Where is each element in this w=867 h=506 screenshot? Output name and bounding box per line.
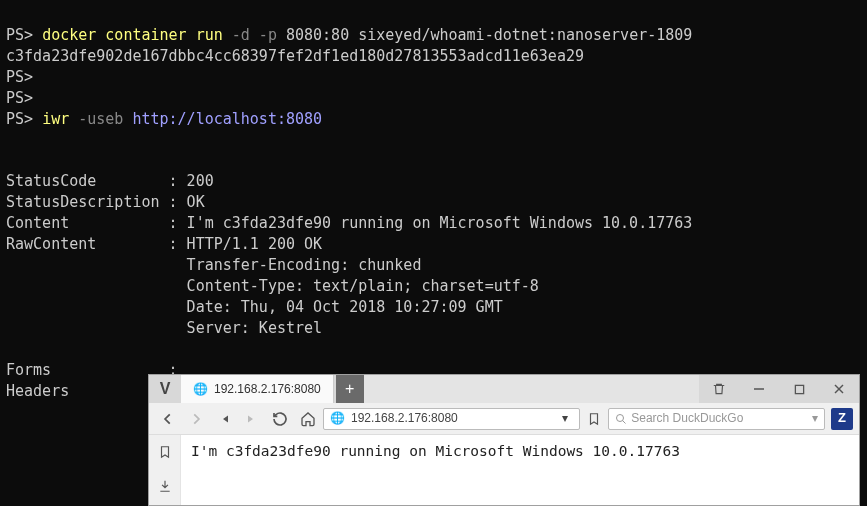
tab-title: 192.168.2.176:8080: [214, 381, 321, 398]
maximize-button[interactable]: [779, 375, 819, 403]
fastforward-button[interactable]: [239, 406, 265, 432]
cmd-docker: docker: [42, 26, 96, 44]
cmd-rest: 8080:80 sixeyed/whoami-dotnet:nanoserver…: [286, 26, 692, 44]
url-arg: http://localhost:8080: [132, 110, 322, 128]
vivaldi-menu-button[interactable]: V: [149, 375, 181, 403]
address-bar[interactable]: 🌐 192.168.2.176:8080 ▾: [323, 408, 580, 430]
tab-bar: V 🌐 192.168.2.176:8080 +: [149, 375, 859, 403]
search-dropdown-icon[interactable]: ▾: [812, 410, 818, 427]
flag-useb: -useb: [78, 110, 123, 128]
response-block: StatusCode : 200 StatusDescription : OK …: [6, 171, 861, 402]
search-icon: [615, 413, 627, 425]
panel-sidebar: [149, 435, 181, 505]
trash-button[interactable]: [699, 375, 739, 403]
cmd-flags: -d -p: [232, 26, 277, 44]
globe-icon: 🌐: [193, 381, 208, 398]
bookmark-button[interactable]: [582, 412, 606, 426]
extension-badge[interactable]: Z: [831, 408, 853, 430]
bookmarks-panel-icon[interactable]: [152, 439, 178, 465]
response-body-text: I'm c3fda23dfe90 running on Microsoft Wi…: [191, 443, 680, 459]
browser-window: V 🌐 192.168.2.176:8080 +: [148, 374, 860, 506]
minimize-button[interactable]: [739, 375, 779, 403]
reload-button[interactable]: [267, 406, 293, 432]
url-dropdown-icon[interactable]: ▾: [557, 410, 573, 427]
cmd-iwr: iwr: [42, 110, 69, 128]
new-tab-button[interactable]: +: [336, 375, 364, 403]
back-button[interactable]: [155, 406, 181, 432]
container-id-output: c3fda23dfe902de167dbbc4cc68397fef2df1ed1…: [6, 47, 584, 65]
ps-prompt: PS>: [6, 110, 33, 128]
home-button[interactable]: [295, 406, 321, 432]
url-text: 192.168.2.176:8080: [351, 410, 551, 427]
svg-rect-1: [795, 385, 803, 393]
ps-prompt: PS>: [6, 68, 33, 86]
ps-prompt: PS>: [6, 26, 33, 44]
svg-point-4: [617, 414, 624, 421]
toolbar: 🌐 192.168.2.176:8080 ▾ Search DuckDuckGo…: [149, 403, 859, 435]
site-info-icon[interactable]: 🌐: [330, 410, 345, 427]
forward-button[interactable]: [183, 406, 209, 432]
active-tab[interactable]: 🌐 192.168.2.176:8080: [181, 375, 334, 403]
svg-line-5: [623, 420, 626, 423]
ps-prompt: PS>: [6, 89, 33, 107]
search-field[interactable]: Search DuckDuckGo ▾: [608, 408, 825, 430]
downloads-panel-icon[interactable]: [152, 473, 178, 499]
rewind-button[interactable]: [211, 406, 237, 432]
cmd-args: container run: [105, 26, 222, 44]
page-content: I'm c3fda23dfe90 running on Microsoft Wi…: [181, 435, 859, 505]
search-placeholder: Search DuckDuckGo: [631, 410, 808, 427]
close-button[interactable]: [819, 375, 859, 403]
powershell-terminal[interactable]: PS> docker container run -d -p 8080:80 s…: [0, 0, 867, 427]
